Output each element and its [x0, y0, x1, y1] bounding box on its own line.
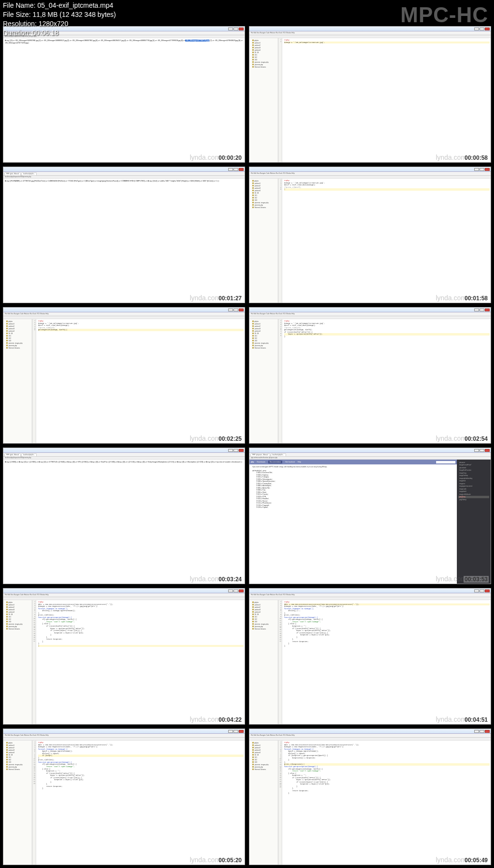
ide-menu[interactable]: File Edit View Navigate Code Refactor Ru…: [249, 312, 491, 316]
editor-pane[interactable]: 1 2 3 4 5 6<?php$image = '.\05_03\images…: [32, 319, 245, 443]
tree-item[interactable]: External Libraries: [250, 206, 277, 209]
project-tree[interactable]: phpInn podcast1 podcast2 podcast3 podcas…: [249, 319, 278, 443]
project-tree[interactable]: phpInn podcast1 podcast2 podcast3 podcas…: [249, 600, 278, 724]
minimize-button[interactable]: [228, 589, 233, 592]
close-button[interactable]: [485, 168, 490, 171]
maximize-button[interactable]: [233, 589, 238, 592]
close-button[interactable]: [485, 28, 490, 30]
thumbnail-10[interactable]: File Edit View Navigate Code Refactor Ru…: [249, 588, 491, 725]
maximize-button[interactable]: [480, 730, 484, 733]
browser-content[interactable]: Array ( [0] => .\05_03\images\163992981.…: [3, 38, 245, 162]
thumbnail-9[interactable]: File Edit View Navigate Code Refactor Ru…: [3, 588, 245, 725]
minimize-button[interactable]: [474, 730, 479, 733]
thumbnail-7[interactable]: PHP: glob - Manuallocalhost/php5in...loc…: [3, 448, 245, 584]
editor-pane[interactable]: 1 2 3 4 5 6<?php$image = '.\05_03\images…: [278, 179, 491, 303]
close-button[interactable]: [239, 308, 244, 311]
code-editor[interactable]: <?php$image = '.\05_03\images\477987145.…: [284, 320, 490, 337]
editor-pane[interactable]: 1 2 3 4 5 6 7 8 9 10 11 12 13 14 15 16 1…: [278, 741, 491, 865]
sidebar-link[interactable]: png2wbmp: [458, 498, 489, 501]
editor-pane[interactable]: 1 2 3 4 5 6 7 8 9 10 11 12 13 14 15 16 1…: [278, 600, 491, 724]
code-line[interactable]: |: [38, 645, 244, 647]
close-button[interactable]: [485, 449, 490, 452]
tree-item[interactable]: External Libraries: [4, 347, 31, 349]
thumbnail-11[interactable]: File Edit View Navigate Code Refactor Ru…: [3, 728, 245, 865]
editor-pane[interactable]: 1 2<?php$image = '.\05_03\images\4779871…: [278, 38, 491, 162]
browser-tab[interactable]: localhost/php5in...: [21, 453, 37, 456]
close-button[interactable]: [239, 730, 244, 733]
search-input[interactable]: [436, 461, 455, 463]
php-logo[interactable]: php: [251, 461, 254, 463]
close-button[interactable]: [485, 308, 490, 311]
project-tree[interactable]: phpInn podcast1 podcast2 podcast3 podcas…: [249, 38, 278, 162]
code-line[interactable]: $image = '.\05_03\images\477987145.jpg';: [284, 42, 490, 44]
project-tree[interactable]: phpInn podcast1 podcast2 podcast3 podcas…: [249, 741, 278, 865]
maximize-button[interactable]: [480, 308, 484, 311]
project-tree[interactable]: phpInn podcast1 podcast2 podcast3 podcas…: [249, 179, 278, 303]
ide-menu[interactable]: File Edit View Navigate Code Refactor Ru…: [249, 593, 491, 597]
code-editor[interactable]: <?php$image = '.\05_03\images\477987145.…: [284, 180, 490, 191]
tree-item[interactable]: External Libraries: [250, 347, 277, 349]
nav-link[interactable]: Get Involved: [285, 461, 295, 463]
ide-menu[interactable]: File Edit View Navigate Code Refactor Ru…: [249, 172, 491, 176]
tree-item[interactable]: External Libraries: [4, 628, 31, 630]
minimize-button[interactable]: [228, 449, 233, 452]
editor-pane[interactable]: 1 2 3 4 5 6 7 8 9 10 11 12 13 14 15 16 1…: [32, 600, 245, 724]
thumbnail-2[interactable]: File Edit View Navigate Code Refactor Ru…: [249, 26, 491, 163]
minimize-button[interactable]: [474, 589, 479, 592]
code-editor[interactable]: <?php$dir = new RecursiveIteratorIterato…: [284, 601, 490, 647]
ide-menu[interactable]: File Edit View Navigate Code Refactor Ru…: [249, 31, 491, 35]
browser-tab[interactable]: PHP: glob - Manual: [4, 172, 21, 175]
nav-link[interactable]: Help: [298, 461, 301, 463]
close-button[interactable]: [239, 168, 244, 171]
code-editor[interactable]: <?php$dir = new RecursiveIteratorIterato…: [38, 742, 244, 790]
maximize-button[interactable]: [480, 589, 484, 592]
maximize-button[interactable]: [480, 168, 484, 171]
minimize-button[interactable]: [474, 449, 479, 452]
phpdoc-sidebar[interactable]: iptcparseImageCreateFrom*iptcembedImageX…: [457, 460, 491, 584]
editor-pane[interactable]: 1 2 3 4 5 6 7 8 9 10 11 12 13 14 15 16 1…: [32, 741, 245, 865]
ide-menu[interactable]: File Edit View Navigate Code Refactor Ru…: [3, 734, 245, 738]
ide-menu[interactable]: File Edit View Navigate Code Refactor Ru…: [3, 312, 245, 316]
minimize-button[interactable]: [474, 308, 479, 311]
maximize-button[interactable]: [233, 28, 238, 30]
code-editor[interactable]: <?php$dir = new RecursiveIteratorIterato…: [284, 742, 490, 794]
close-button[interactable]: [239, 28, 244, 30]
browser-content[interactable]: Array ( [2#000] => Array ( [0] => ) [2#0…: [3, 460, 245, 584]
code-line[interactable]: }: [38, 787, 244, 790]
project-tree[interactable]: phpInn podcast1 podcast2 podcast3 podcas…: [3, 319, 32, 443]
code-editor[interactable]: <?php$image = '.\05_03\images\477987145.…: [284, 39, 490, 43]
thumbnail-6[interactable]: File Edit View Navigate Code Refactor Ru…: [249, 307, 491, 444]
browser-content[interactable]: Array ( [FILENAME] => 477987145.jpg [Fil…: [3, 179, 245, 303]
browser-tab[interactable]: localhost/php5in...: [21, 172, 37, 175]
code-editor[interactable]: <?php$image = '.\05_03\images\477987145.…: [38, 320, 244, 331]
close-button[interactable]: [239, 449, 244, 452]
nav-link[interactable]: Documentation: [268, 461, 283, 463]
ide-menu[interactable]: File Edit View Navigate Code Refactor Ru…: [249, 734, 491, 738]
maximize-button[interactable]: [233, 730, 238, 733]
code-line[interactable]: }: [284, 645, 490, 647]
maximize-button[interactable]: [480, 28, 484, 30]
tree-item[interactable]: External Libraries: [4, 768, 31, 770]
thumbnail-3[interactable]: PHP: glob - Manuallocalhost/php5in...loc…: [3, 167, 245, 303]
thumbnail-4[interactable]: File Edit View Navigate Code Refactor Ru…: [249, 167, 491, 303]
phpdoc-main[interactable]: php DownloadsDocumentationGet InvolvedHe…: [249, 460, 457, 584]
close-button[interactable]: [485, 589, 490, 592]
maximize-button[interactable]: [233, 308, 238, 311]
thumbnail-1[interactable]: PHP: glob - Manuallocalhost/php5in...loc…: [3, 26, 245, 163]
code-editor[interactable]: <?php$dir = new RecursiveIteratorIterato…: [38, 601, 244, 647]
maximize-button[interactable]: [233, 168, 238, 171]
ide-menu[interactable]: File Edit View Navigate Code Refactor Ru…: [3, 593, 245, 597]
project-tree[interactable]: phpInn podcast1 podcast2 podcast3 podcas…: [3, 741, 32, 865]
editor-pane[interactable]: 1 2 3 4 5 6 7 8 9<?php$image = '.\05_03\…: [278, 319, 491, 443]
code-line[interactable]: }: [284, 336, 490, 338]
thumbnail-5[interactable]: File Edit View Navigate Code Refactor Ru…: [3, 307, 245, 444]
project-tree[interactable]: phpInn podcast1 podcast2 podcast3 podcas…: [3, 600, 32, 724]
minimize-button[interactable]: [228, 308, 233, 311]
minimize-button[interactable]: [474, 28, 479, 30]
minimize-button[interactable]: [228, 730, 233, 733]
minimize-button[interactable]: [474, 168, 479, 171]
close-button[interactable]: [485, 730, 490, 733]
maximize-button[interactable]: [480, 449, 484, 452]
thumbnail-12[interactable]: File Edit View Navigate Code Refactor Ru…: [249, 728, 491, 865]
tree-item[interactable]: External Libraries: [250, 66, 277, 68]
